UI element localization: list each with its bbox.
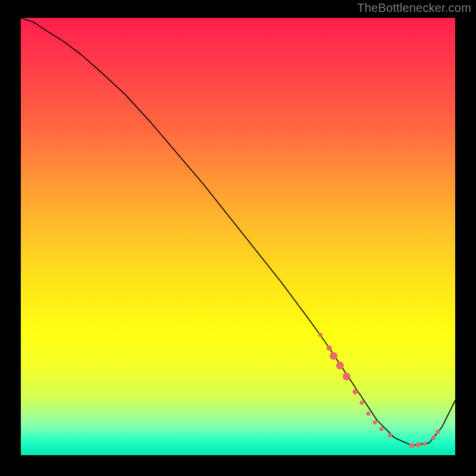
data-point bbox=[388, 433, 392, 437]
bottleneck-curve bbox=[21, 18, 455, 446]
data-point bbox=[367, 412, 371, 416]
chart-frame: TheBottleneсker.com bbox=[0, 0, 476, 476]
data-point bbox=[436, 430, 440, 434]
data-point bbox=[416, 442, 421, 447]
data-point bbox=[422, 441, 427, 446]
data-point bbox=[372, 420, 377, 424]
data-point bbox=[379, 427, 383, 431]
data-point bbox=[431, 436, 436, 440]
data-point bbox=[353, 389, 358, 394]
data-point bbox=[343, 372, 350, 380]
data-point bbox=[360, 400, 364, 405]
marker-layer bbox=[318, 333, 440, 448]
data-point bbox=[336, 362, 344, 369]
attribution-text: TheBottleneсker.com bbox=[357, 1, 471, 15]
data-point bbox=[318, 333, 322, 337]
data-point bbox=[330, 352, 337, 360]
data-point bbox=[409, 443, 415, 448]
chart-plot-area bbox=[21, 18, 455, 455]
data-point bbox=[327, 345, 332, 350]
chart-svg bbox=[21, 18, 455, 455]
